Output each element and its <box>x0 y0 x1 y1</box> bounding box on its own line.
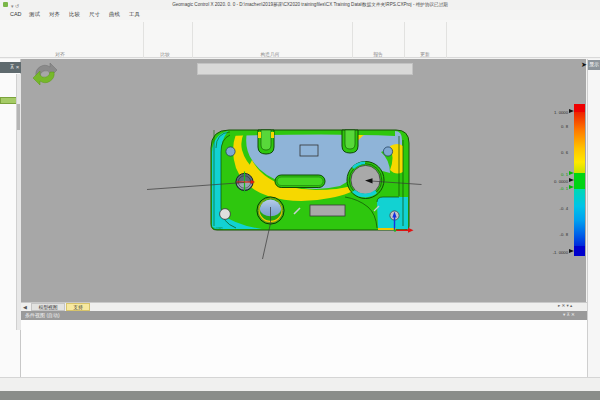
svg-text:0.0182: 0.0182 <box>213 227 223 231</box>
